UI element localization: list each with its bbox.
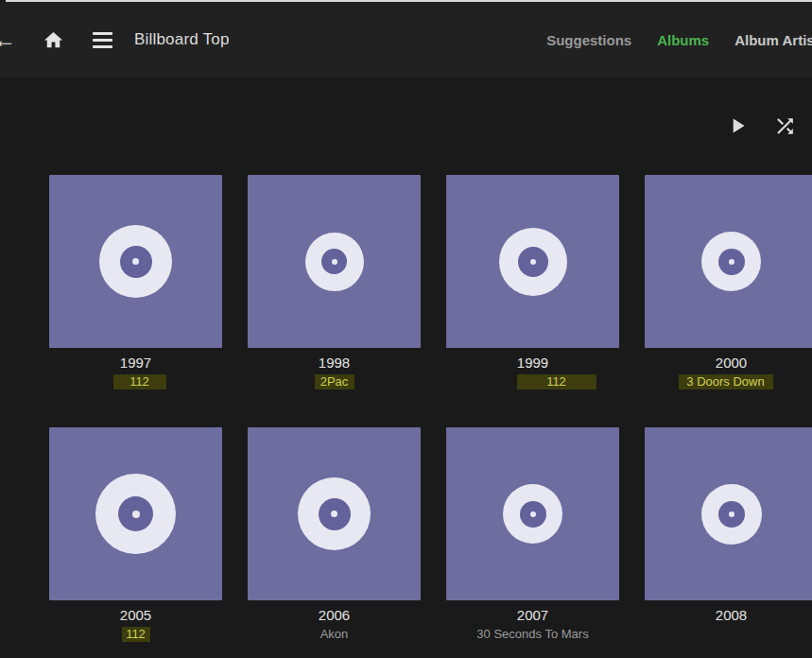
album-cover-art[interactable] <box>645 175 812 348</box>
disc-icon <box>298 477 371 550</box>
album-artist-label[interactable]: 112 <box>49 374 222 390</box>
play-button[interactable] <box>725 113 750 138</box>
album-cover-art[interactable] <box>248 427 421 600</box>
artist-text-highlighted: 3 Doors Down <box>679 374 773 390</box>
home-icon <box>43 29 64 51</box>
disc-center-dot <box>530 259 536 265</box>
album-cover-art[interactable] <box>49 427 222 600</box>
album-actions-toolbar <box>725 113 797 138</box>
artist-text: 30 Seconds To Mars <box>476 627 588 641</box>
album-year-label[interactable]: 2007 <box>446 607 619 623</box>
disc-icon <box>499 228 567 296</box>
app-header: ← Billboard Top SuggestionsAlbumsAlbum A… <box>0 2 812 78</box>
album-card[interactable]: 1997112 <box>49 175 222 427</box>
disc-hole <box>319 498 351 530</box>
hamburger-icon <box>93 32 112 48</box>
disc-hole <box>520 501 546 528</box>
artist-text-highlighted: 2Pac <box>315 374 354 390</box>
hamburger-menu-button[interactable] <box>91 28 113 51</box>
artist-text-highlighted: 112 <box>122 627 150 642</box>
page-title: Billboard Top <box>134 30 230 49</box>
album-cover-art[interactable] <box>248 175 421 348</box>
disc-icon <box>95 474 176 554</box>
album-year-label[interactable]: 1997 <box>49 355 222 371</box>
album-year-label[interactable]: 2008 <box>645 607 812 623</box>
disc-icon <box>305 233 364 291</box>
disc-hole <box>518 247 548 277</box>
tab-album-artists[interactable]: Album Artists <box>734 32 812 48</box>
album-artist-label[interactable] <box>645 627 812 642</box>
shuffle-icon <box>773 114 797 138</box>
album-card[interactable]: 20003 Doors Down <box>645 175 812 427</box>
tab-bar: SuggestionsAlbumsAlbum Artists <box>546 2 812 78</box>
disc-hole <box>120 246 152 278</box>
disc-center-dot <box>132 511 140 518</box>
tab-albums[interactable]: Albums <box>657 32 709 48</box>
home-button[interactable] <box>42 28 64 51</box>
artist-text: Akon <box>320 627 349 641</box>
album-year-label[interactable]: 1999 <box>446 355 619 371</box>
album-artist-label[interactable]: Akon <box>248 627 421 642</box>
album-year-label[interactable]: 2000 <box>645 355 812 371</box>
album-artist-label[interactable]: 2Pac <box>248 374 421 390</box>
album-card[interactable]: 19982Pac <box>248 175 421 427</box>
album-card[interactable]: 1999112 <box>446 175 619 427</box>
album-artist-label[interactable]: 3 Doors Down <box>645 374 812 390</box>
disc-center-dot <box>332 259 337 265</box>
artist-text-highlighted: 112 <box>113 374 166 390</box>
album-artist-label[interactable]: 112 <box>49 627 222 642</box>
album-cover-art[interactable] <box>49 175 222 348</box>
album-card[interactable]: 2006Akon <box>248 427 421 658</box>
disc-center-dot <box>331 511 337 517</box>
back-button[interactable]: ← <box>0 27 17 52</box>
album-year-label[interactable]: 2006 <box>248 607 421 623</box>
disc-icon <box>503 484 562 544</box>
artist-text-highlighted: 112 <box>517 374 596 390</box>
album-cover-art[interactable] <box>645 427 812 600</box>
album-card[interactable]: 2008 <box>645 427 812 658</box>
play-icon <box>725 113 750 138</box>
album-cover-art[interactable] <box>446 175 619 348</box>
disc-icon <box>701 484 762 545</box>
disc-center-dot <box>729 511 734 517</box>
disc-hole <box>118 496 153 531</box>
shuffle-button[interactable] <box>772 113 797 138</box>
album-card[interactable]: 2005112 <box>49 427 222 658</box>
album-year-label[interactable]: 2005 <box>49 607 222 623</box>
disc-center-dot <box>530 511 536 517</box>
back-arrow-icon: ← <box>0 27 16 52</box>
album-artist-label[interactable]: 30 Seconds To Mars <box>446 627 619 642</box>
tab-suggestions[interactable]: Suggestions <box>546 32 631 48</box>
disc-center-dot <box>729 259 734 265</box>
disc-hole <box>718 501 745 528</box>
disc-hole <box>321 249 347 274</box>
album-year-label[interactable]: 1998 <box>248 355 421 371</box>
disc-icon <box>99 225 172 298</box>
disc-icon <box>701 232 761 291</box>
album-card[interactable]: 200730 Seconds To Mars <box>446 427 619 658</box>
disc-hole <box>718 249 745 275</box>
album-artist-label[interactable]: 112 <box>446 374 619 390</box>
album-cover-art[interactable] <box>446 427 619 600</box>
album-grid: 199711219982Pac199911220003 Doors Down20… <box>49 175 812 658</box>
disc-center-dot <box>132 258 139 265</box>
